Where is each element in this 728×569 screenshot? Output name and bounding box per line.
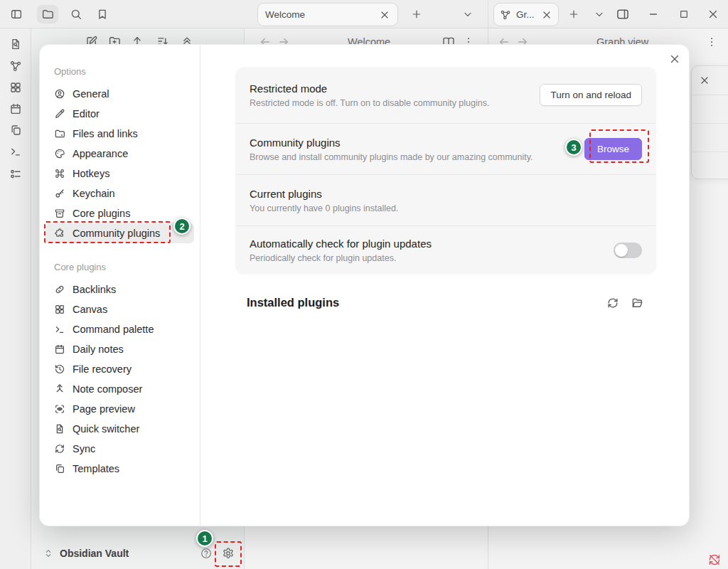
x-icon[interactable] (707, 8, 719, 21)
copy-icon (54, 463, 65, 474)
left-sidebar-toggle-button[interactable] (6, 5, 27, 23)
maximize-icon[interactable] (678, 9, 690, 20)
search-button[interactable] (65, 5, 87, 23)
panel-left-icon (10, 8, 23, 21)
setting-name: Automatically check for plugin updates (250, 238, 614, 250)
setting-desc: Browse and install community plugins mad… (250, 152, 584, 162)
folder-icon (41, 8, 54, 21)
scan-eye-icon (54, 403, 65, 415)
core-plugins-section-header: Core plugins (40, 262, 200, 280)
settings-sidebar: Options General Editor Files and links A… (40, 45, 200, 527)
list-icon[interactable] (9, 168, 22, 181)
sidebar-item-daily-notes[interactable]: Daily notes (46, 339, 194, 359)
sidebar-item-label: Quick switcher (73, 423, 139, 435)
chevron-down-icon[interactable] (594, 9, 605, 20)
sidebar-item-templates[interactable]: Templates (46, 459, 194, 479)
auto-check-toggle[interactable] (614, 243, 642, 258)
chevron-down-icon[interactable] (462, 9, 473, 20)
setting-auto-check-updates: Automatically check for plugin updates P… (235, 225, 656, 275)
sidebar-item-sync[interactable]: Sync (46, 439, 194, 459)
sidebar-item-appearance[interactable]: Appearance (46, 144, 194, 164)
chevrons-up-down-icon (43, 548, 54, 559)
annotation-box-settings-gear (215, 541, 242, 567)
setting-desc: You currently have 0 plugins installed. (250, 203, 642, 213)
kebab-icon[interactable] (705, 36, 718, 48)
merge-icon (54, 383, 65, 395)
modal-close-button[interactable] (667, 51, 682, 67)
sidebar-item-label: Command palette (73, 324, 154, 335)
options-section-header: Options (40, 66, 200, 84)
graph-icon[interactable] (9, 60, 22, 73)
user-circle-icon (54, 88, 65, 100)
setting-desc: Restricted mode is off. Turn on to disab… (250, 98, 540, 108)
layout-grid-icon (54, 304, 65, 315)
plus-icon[interactable] (568, 9, 579, 20)
layout-grid-icon[interactable] (9, 81, 22, 94)
sidebar-item-keychain[interactable]: Keychain (46, 184, 194, 203)
community-plugins-settings-card: Restricted mode Restricted mode is off. … (235, 67, 656, 275)
sidebar-item-label: Backlinks (73, 284, 116, 295)
vault-folder-button[interactable] (37, 5, 58, 23)
sidebar-item-label: Hotkeys (73, 168, 109, 179)
turn-on-and-reload-button[interactable]: Turn on and reload (540, 84, 642, 106)
sidebar-item-label: Note composer (73, 383, 142, 395)
sidebar-item-page-preview[interactable]: Page preview (46, 399, 194, 419)
sync-off-icon[interactable] (707, 553, 722, 567)
file-search-icon[interactable] (9, 38, 22, 50)
bookmark-icon (96, 8, 109, 21)
calendar-icon[interactable] (9, 102, 22, 115)
plus-icon[interactable] (411, 9, 422, 20)
history-icon (54, 363, 65, 375)
sidebar-item-label: Appearance (73, 148, 128, 159)
folder-open-icon[interactable] (631, 297, 643, 309)
vault-name: Obsidian Vault (60, 548, 129, 559)
annotation-box-community-plugins (44, 221, 171, 243)
sidebar-item-label: Core plugins (73, 208, 130, 219)
file-search-icon (54, 423, 65, 435)
sidebar-item-file-recovery[interactable]: File recovery (46, 359, 194, 379)
x-icon[interactable] (541, 9, 552, 21)
sidebar-item-label: Sync (73, 443, 95, 454)
panel-right-icon[interactable] (616, 7, 630, 21)
sidebar-item-canvas[interactable]: Canvas (46, 299, 194, 319)
terminal-icon[interactable] (9, 145, 22, 158)
sidebar-item-hotkeys[interactable]: Hotkeys (46, 164, 194, 184)
sidebar-item-label: Daily notes (73, 344, 124, 355)
sidebar-item-command-palette[interactable]: Command palette (46, 319, 194, 339)
graph-settings-row (692, 95, 728, 123)
tab-graph[interactable]: Gr... (493, 3, 559, 26)
settings-modal: Options General Editor Files and links A… (39, 44, 690, 526)
setting-restricted-mode: Restricted mode Restricted mode is off. … (235, 67, 656, 123)
archive-icon (54, 208, 65, 219)
sidebar-item-editor[interactable]: Editor (46, 104, 194, 124)
sidebar-item-backlinks[interactable]: Backlinks (46, 280, 194, 299)
sidebar-item-quick-switcher[interactable]: Quick switcher (46, 419, 194, 439)
bookmark-button[interactable] (92, 5, 113, 23)
titlebar: Welcome Gr... (0, 0, 728, 28)
annotation-marker-2: 2 (173, 218, 191, 235)
sidebar-item-label: General (73, 88, 109, 100)
palette-icon (54, 148, 65, 159)
sidebar-item-core-plugins[interactable]: Core plugins (46, 203, 194, 223)
x-icon (668, 53, 681, 65)
setting-name: Restricted mode (250, 83, 540, 95)
x-icon[interactable] (699, 75, 710, 86)
graph-settings-row (692, 123, 728, 151)
setting-current-plugins: Current plugins You currently have 0 plu… (235, 174, 656, 225)
copy-icon[interactable] (9, 124, 22, 137)
calendar-icon (54, 344, 65, 355)
graph-settings-panel (691, 65, 728, 179)
installed-plugins-header: Installed plugins (247, 296, 339, 309)
sidebar-item-note-composer[interactable]: Note composer (46, 379, 194, 399)
sidebar-item-label: Files and links (73, 128, 138, 139)
refresh-icon[interactable] (606, 297, 619, 309)
sidebar-item-general[interactable]: General (46, 84, 194, 104)
setting-name: Community plugins (250, 137, 584, 149)
graph-icon (500, 9, 511, 21)
minimize-icon[interactable] (647, 8, 660, 21)
tab-welcome[interactable]: Welcome (257, 3, 398, 26)
x-icon[interactable] (379, 9, 390, 21)
sidebar-item-files-links[interactable]: Files and links (46, 124, 194, 144)
refresh-icon (54, 443, 65, 454)
help-circle-icon[interactable] (200, 547, 213, 560)
